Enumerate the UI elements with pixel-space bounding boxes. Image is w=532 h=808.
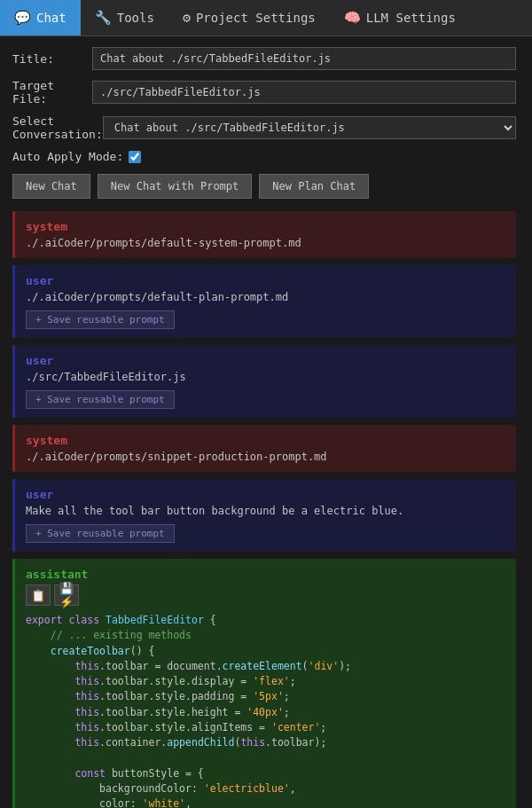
tab-llm-settings-label: LLM Settings bbox=[366, 11, 456, 25]
tools-icon: 🔧 bbox=[95, 10, 112, 26]
tab-bar: 💬 Chat 🔧 Tools ⚙️ Project Settings 🧠 LLM… bbox=[0, 0, 532, 36]
select-conversation-label: SelectConversation: bbox=[12, 114, 103, 141]
message-user-1: user ./.aiCoder/prompts/default-plan-pro… bbox=[12, 265, 516, 338]
message-content-user-2: ./src/TabbedFileEditor.js bbox=[26, 371, 505, 383]
select-conversation-row: SelectConversation: Chat about ./src/Tab… bbox=[12, 114, 516, 141]
new-chat-button[interactable]: New Chat bbox=[12, 174, 90, 199]
tab-project-settings-label: Project Settings bbox=[196, 11, 316, 25]
buttons-row: New Chat New Chat with Prompt New Plan C… bbox=[12, 174, 516, 199]
message-role-assistant-1: assistant bbox=[26, 568, 505, 581]
title-input[interactable] bbox=[92, 47, 516, 70]
target-file-label: TargetFile: bbox=[12, 79, 92, 106]
message-system-1: system ./.aiCoder/prompts/default-system… bbox=[12, 211, 516, 258]
save-prompt-btn-1[interactable]: + Save reusable prompt bbox=[26, 310, 175, 329]
message-role-system-2: system bbox=[26, 434, 505, 447]
message-content-system-1: ./.aiCoder/prompts/default-system-prompt… bbox=[26, 237, 505, 249]
tab-project-settings[interactable]: ⚙️ Project Settings bbox=[168, 0, 330, 35]
tab-tools[interactable]: 🔧 Tools bbox=[81, 0, 168, 35]
title-label: Title: bbox=[12, 52, 92, 66]
message-role-user-1: user bbox=[26, 274, 505, 287]
chat-icon: 💬 bbox=[14, 10, 31, 26]
assistant-code: export class TabbedFileEditor { // ... e… bbox=[26, 613, 505, 808]
message-role-system-1: system bbox=[26, 220, 505, 233]
message-content-system-2: ./.aiCoder/prompts/snippet-production-pr… bbox=[26, 451, 505, 463]
project-settings-icon: ⚙️ bbox=[183, 10, 191, 26]
auto-apply-row: Auto Apply Mode: bbox=[12, 150, 516, 163]
target-file-input[interactable] bbox=[92, 81, 516, 104]
message-system-2: system ./.aiCoder/prompts/snippet-produc… bbox=[12, 425, 516, 472]
target-file-row: TargetFile: bbox=[12, 79, 516, 106]
tab-chat[interactable]: 💬 Chat bbox=[0, 0, 81, 35]
tab-llm-settings[interactable]: 🧠 LLM Settings bbox=[330, 0, 470, 35]
save-prompt-btn-2[interactable]: + Save reusable prompt bbox=[26, 390, 175, 409]
assistant-copy-btn[interactable]: 📋 bbox=[26, 584, 51, 606]
assistant-toolbar: 📋 💾⚡ bbox=[26, 584, 505, 606]
conversation-select[interactable]: Chat about ./src/TabbedFileEditor.js bbox=[103, 116, 516, 139]
main-content: Title: TargetFile: SelectConversation: C… bbox=[0, 36, 528, 808]
message-content-user-3: Make all the tool bar button background … bbox=[26, 505, 505, 517]
auto-apply-checkbox[interactable] bbox=[129, 151, 141, 163]
tab-tools-label: Tools bbox=[117, 11, 154, 25]
main-scroll-area: Title: TargetFile: SelectConversation: C… bbox=[0, 36, 532, 808]
message-assistant-1: assistant 📋 💾⚡ export class TabbedFileEd… bbox=[12, 559, 516, 808]
title-row: Title: bbox=[12, 47, 516, 70]
new-chat-with-prompt-button[interactable]: New Chat with Prompt bbox=[98, 174, 253, 199]
message-user-3: user Make all the tool bar button backgr… bbox=[12, 479, 516, 552]
message-role-user-3: user bbox=[26, 488, 505, 501]
tab-chat-label: Chat bbox=[36, 11, 66, 25]
auto-apply-label: Auto Apply Mode: bbox=[12, 150, 123, 163]
llm-settings-icon: 🧠 bbox=[344, 10, 361, 26]
assistant-save-btn[interactable]: 💾⚡ bbox=[54, 584, 79, 606]
message-user-2: user ./src/TabbedFileEditor.js + Save re… bbox=[12, 345, 516, 418]
save-prompt-btn-3[interactable]: + Save reusable prompt bbox=[26, 524, 175, 543]
message-content-user-1: ./.aiCoder/prompts/default-plan-prompt.m… bbox=[26, 291, 505, 303]
new-plan-chat-button[interactable]: New Plan Chat bbox=[259, 174, 369, 199]
message-role-user-2: user bbox=[26, 354, 505, 367]
